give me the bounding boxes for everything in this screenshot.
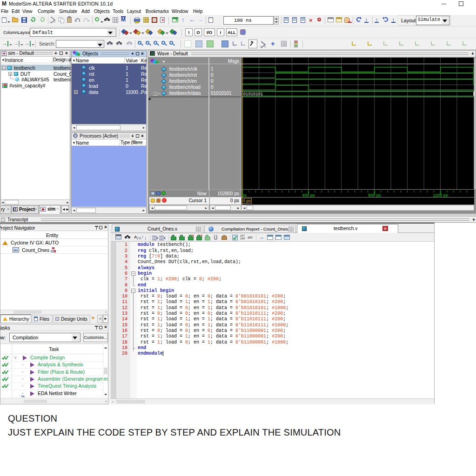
svg-text:800 ps: 800 ps [368,193,381,198]
svg-text:400 ps: 400 ps [302,193,315,198]
svg-text:01010101: 01010101 [243,92,263,96]
svg-text:1200 ps: 1200 ps [433,193,448,198]
